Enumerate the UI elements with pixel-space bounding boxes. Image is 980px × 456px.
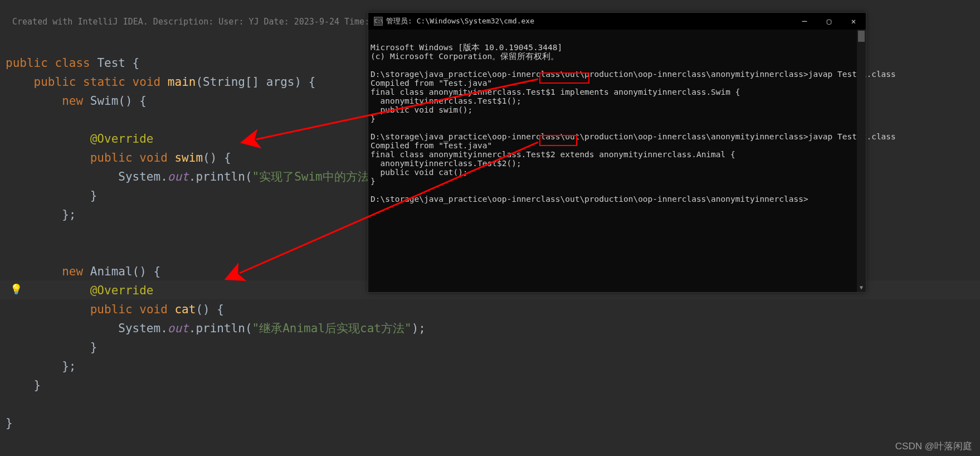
out-field: out: [168, 322, 189, 335]
keyword: new: [62, 94, 83, 108]
term-line: final class anonymityinnerclass.Test$2: [370, 150, 560, 159]
term-line: anonymityinnerclass.Swim {: [609, 88, 740, 96]
keyword: void: [133, 75, 161, 89]
terminal-output[interactable]: Microsoft Windows [版本 10.0.19045.3448] (…: [368, 30, 866, 292]
term-extends: extends: [560, 150, 594, 159]
keyword: static: [83, 75, 125, 89]
keyword: void: [139, 303, 168, 316]
brace: }: [34, 379, 41, 392]
println: .println(: [189, 322, 252, 335]
term-line: public void swim();: [370, 105, 472, 114]
rest: () {: [203, 151, 231, 164]
terminal-title: 管理员: C:\Windows\System32\cmd.exe: [386, 16, 792, 26]
brace: }: [90, 189, 97, 202]
out-field: out: [168, 170, 189, 183]
keyword: public: [6, 56, 48, 70]
term-line: final class anonymityinnerclass.Test$1: [370, 88, 560, 96]
keyword: public: [90, 151, 133, 164]
terminal-scrollbar[interactable]: ▲ ▼: [857, 30, 866, 292]
term-line: public void cat();: [370, 168, 468, 177]
term-line: anonymityinnerclass.Test$1();: [370, 96, 521, 105]
term-implements: implements: [560, 88, 608, 96]
scroll-thumb[interactable]: [858, 31, 865, 42]
term-line: anonymityinnerclass.Animal {: [594, 150, 735, 159]
method-name: cat: [174, 303, 196, 316]
term-line: Compiled from "Test.java": [370, 79, 492, 88]
intention-bulb-icon[interactable]: 💡: [10, 283, 19, 292]
annotation: @Override: [90, 132, 154, 145]
string-literal: "继承Animal后实现cat方法": [252, 322, 412, 335]
brace: };: [62, 360, 76, 373]
close-button[interactable]: ✕: [841, 13, 866, 30]
brace: }: [6, 416, 13, 430]
file-header-comment: Created with IntelliJ IDEA. Description:…: [12, 17, 399, 27]
type-name: Swim: [90, 94, 119, 108]
rest: () {: [133, 265, 161, 278]
term-line: Microsoft Windows [版本 10.0.19045.3448]: [370, 43, 562, 52]
brace: }: [90, 341, 97, 354]
term-line: D:\storage\java_practice\oop-innerclass\…: [370, 132, 896, 141]
watermark: CSDN @叶落闲庭: [895, 440, 972, 453]
scroll-down-icon[interactable]: ▼: [857, 283, 866, 292]
brace: };: [62, 208, 76, 221]
terminal-titlebar[interactable]: C:\ 管理员: C:\Windows\System32\cmd.exe ─ ▢…: [368, 13, 866, 30]
term-line: Compiled from "Test.java": [370, 141, 492, 150]
end: );: [412, 322, 426, 335]
term-line: D:\storage\java_practice\oop-innerclass\…: [370, 195, 808, 203]
keyword: void: [139, 151, 168, 164]
code-block[interactable]: public class Test { public static void m…: [6, 35, 426, 452]
method-name: swim: [174, 151, 203, 164]
term-line: anonymityinnerclass.Test$2();: [370, 159, 521, 168]
params: (String[] args) {: [196, 75, 315, 89]
annotation: @Override: [90, 284, 154, 297]
class-name: Test: [97, 56, 125, 70]
keyword: new: [62, 265, 83, 278]
minimize-button[interactable]: ─: [792, 13, 817, 30]
rest: () {: [118, 94, 147, 108]
rest: () {: [196, 303, 224, 316]
term-line: (c) Microsoft Corporation。保留所有权利。: [370, 52, 559, 61]
cmd-icon: C:\: [374, 17, 383, 26]
system: System.: [118, 170, 168, 183]
maximize-button[interactable]: ▢: [817, 13, 841, 30]
keyword: public: [90, 303, 133, 316]
string-literal: "实现了Swim中的方法": [252, 170, 377, 183]
keyword: class: [55, 56, 90, 70]
term-line: D:\storage\java_practice\oop-innerclass\…: [370, 70, 896, 79]
term-line: }: [370, 177, 376, 186]
brace: {: [125, 56, 139, 70]
cmd-terminal-window[interactable]: C:\ 管理员: C:\Windows\System32\cmd.exe ─ ▢…: [368, 12, 866, 293]
method-name: main: [168, 75, 196, 89]
term-line: }: [370, 114, 376, 123]
type-name: Animal: [90, 265, 133, 278]
system: System.: [118, 322, 168, 335]
println: .println(: [189, 170, 252, 183]
keyword: public: [34, 75, 76, 89]
